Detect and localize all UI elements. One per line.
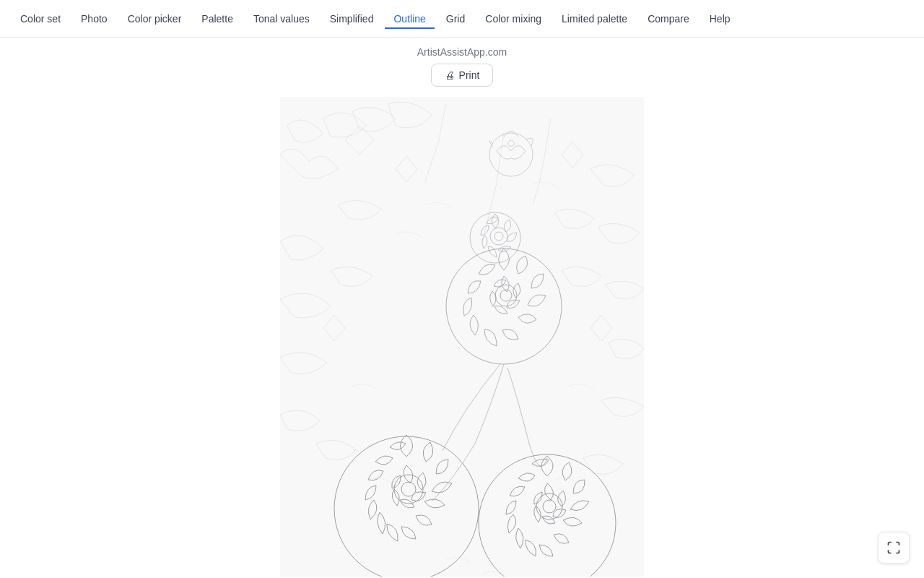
nav-item-photo[interactable]: Photo [72,9,116,29]
print-label: Print [459,69,480,81]
nav-item-color-picker[interactable]: Color picker [119,9,191,29]
outline-drawing [280,97,644,577]
nav-item-color-set[interactable]: Color set [12,9,69,29]
nav-item-color-mixing[interactable]: Color mixing [476,9,550,29]
main-content: ArtistAssistApp.com 🖨 Print [0,38,924,577]
nav-item-limited-palette[interactable]: Limited palette [553,9,636,29]
main-nav: Color setPhotoColor pickerPaletteTonal v… [0,0,924,38]
nav-item-tonal-values[interactable]: Tonal values [245,9,318,29]
nav-item-grid[interactable]: Grid [437,9,474,29]
site-url: ArtistAssistApp.com [417,46,507,58]
print-button[interactable]: 🖨 Print [431,64,494,87]
fullscreen-button[interactable] [878,532,910,564]
nav-item-help[interactable]: Help [701,9,739,29]
nav-item-outline[interactable]: Outline [385,9,434,29]
outline-image-container [280,97,644,577]
fullscreen-icon [886,540,901,555]
nav-item-simplified[interactable]: Simplified [321,9,383,29]
nav-item-palette[interactable]: Palette [193,9,242,29]
print-icon: 🖨 [445,69,455,81]
nav-item-compare[interactable]: Compare [639,9,698,29]
